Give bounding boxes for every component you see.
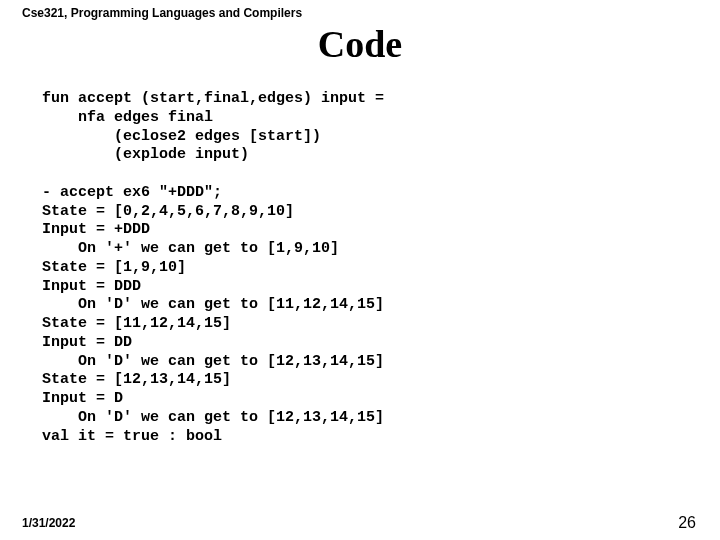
code-line: On '+' we can get to [1,9,10]: [42, 240, 339, 257]
slide: Cse321, Programming Languages and Compil…: [0, 0, 720, 540]
code-line: Input = DDD: [42, 278, 141, 295]
code-line: - accept ex6 "+DDD";: [42, 184, 222, 201]
code-line: Input = +DDD: [42, 221, 150, 238]
code-line: Input = D: [42, 390, 123, 407]
code-line: On 'D' we can get to [12,13,14,15]: [42, 353, 384, 370]
code-line: State = [1,9,10]: [42, 259, 186, 276]
code-line: State = [0,2,4,5,6,7,8,9,10]: [42, 203, 294, 220]
slide-title: Code: [0, 22, 720, 66]
code-line: fun accept (start,final,edges) input =: [42, 90, 384, 107]
course-header: Cse321, Programming Languages and Compil…: [22, 6, 302, 20]
code-line: (explode input): [42, 146, 249, 163]
code-line: nfa edges final: [42, 109, 213, 126]
code-line: Input = DD: [42, 334, 132, 351]
footer-page-number: 26: [678, 514, 696, 532]
code-line: State = [12,13,14,15]: [42, 371, 231, 388]
footer-date: 1/31/2022: [22, 516, 75, 530]
code-line: State = [11,12,14,15]: [42, 315, 231, 332]
code-line: On 'D' we can get to [12,13,14,15]: [42, 409, 384, 426]
code-block: fun accept (start,final,edges) input = n…: [42, 90, 700, 446]
code-line: (eclose2 edges [start]): [42, 128, 321, 145]
code-line: On 'D' we can get to [11,12,14,15]: [42, 296, 384, 313]
code-line: val it = true : bool: [42, 428, 222, 445]
